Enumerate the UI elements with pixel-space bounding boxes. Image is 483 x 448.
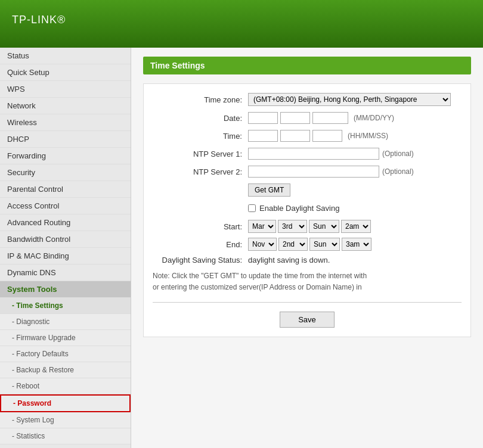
end-day-select[interactable]: SunMonTueWedThuFriSat [309, 238, 340, 251]
sidebar-item-parental-control[interactable]: Parental Control [0, 181, 131, 198]
logo-text: TP-LINK [12, 14, 57, 26]
save-btn-row: Save [153, 312, 462, 328]
note-line2: or entering the customized server(IP Add… [153, 282, 462, 293]
time-m-input[interactable]: 6 [280, 130, 310, 142]
status-value: daylight saving is down. [248, 256, 330, 265]
sidebar-item-factory-defaults[interactable]: - Factory Defaults [0, 346, 131, 362]
date-year-input[interactable]: 1970 [312, 112, 348, 124]
time-format-label: (HH/MM/SS) [348, 132, 388, 140]
time-h-input[interactable]: 0 [248, 130, 278, 142]
start-row: Start: MarJanFebApr 3rd1st2nd4thLast Sun… [153, 220, 462, 233]
ntp1-row: NTP Server 1: 0.0.0.0 (Optional) [153, 148, 462, 160]
ntp2-label: NTP Server 2: [153, 167, 248, 176]
logo: TP-LINK® [12, 13, 66, 35]
ntp1-input[interactable]: 0.0.0.0 [248, 148, 379, 160]
status-row: Daylight Saving Status: daylight saving … [153, 256, 462, 265]
date-day-input[interactable]: 1 [280, 112, 310, 124]
timezone-row: Time zone: (GMT+08:00) Beijing, Hong Kon… [153, 93, 462, 106]
note-section: Note: Click the "GET GMT" to update the … [153, 270, 462, 293]
end-month-select[interactable]: NovJanFebMar [248, 238, 277, 251]
end-row: End: NovJanFebMar 2nd1st3rd4thLast SunMo… [153, 238, 462, 251]
end-time-select[interactable]: 3am1am2am4am [342, 238, 371, 251]
save-button[interactable]: Save [280, 312, 335, 328]
content-area: Time Settings Time zone: (GMT+08:00) Bei… [131, 48, 483, 346]
sidebar-item-quick-setup[interactable]: Quick Setup [0, 64, 131, 81]
sidebar-item-backup-restore[interactable]: - Backup & Restore [0, 362, 131, 378]
note-line1: Note: Click the "GET GMT" to update the … [153, 270, 462, 282]
date-row: Date: 1 1 1970 (MM/DD/YY) [153, 112, 462, 124]
timezone-label: Time zone: [153, 95, 248, 104]
sidebar-item-firmware-upgrade[interactable]: - Firmware Upgrade [0, 330, 131, 346]
sidebar-item-network[interactable]: Network [0, 98, 131, 114]
end-label: End: [153, 240, 248, 249]
start-day-select[interactable]: SunMonTueWedThuFriSat [309, 220, 339, 233]
sidebar-item-forwarding[interactable]: Forwarding [0, 148, 131, 164]
start-month-select[interactable]: MarJanFebApr [248, 220, 276, 233]
get-gmt-button[interactable]: Get GMT [248, 183, 290, 197]
start-label: Start: [153, 222, 248, 231]
end-week-select[interactable]: 2nd1st3rd4thLast [278, 238, 308, 251]
date-label: Date: [153, 114, 248, 123]
divider [153, 302, 462, 303]
sidebar-item-wireless[interactable]: Wireless [0, 114, 131, 131]
end-selects: NovJanFebMar 2nd1st3rd4thLast SunMonTueW… [248, 238, 371, 251]
sidebar-item-dhcp[interactable]: DHCP [0, 131, 131, 148]
ntp2-row: NTP Server 2: 0.0.0.0 (Optional) [153, 166, 462, 178]
sidebar: StatusQuick SetupWPSNetworkWirelessDHCPF… [0, 48, 131, 448]
ntp1-label: NTP Server 1: [153, 150, 248, 158]
status-label: Daylight Saving Status: [153, 256, 248, 265]
ntp2-input[interactable]: 0.0.0.0 [248, 166, 379, 178]
daylight-saving-checkbox[interactable] [248, 204, 256, 212]
daylight-saving-label: Enable Daylight Saving [259, 204, 339, 213]
header: TP-LINK® [0, 0, 483, 48]
start-selects: MarJanFebApr 3rd1st2nd4thLast SunMonTueW… [248, 220, 371, 233]
date-inputs: 1 1 1970 (MM/DD/YY) [248, 112, 394, 124]
ntp1-optional: (Optional) [382, 150, 414, 158]
sidebar-item-security[interactable]: Security [0, 164, 131, 181]
sidebar-item-statistics[interactable]: - Statistics [0, 428, 131, 444]
timezone-select[interactable]: (GMT+08:00) Beijing, Hong Kong, Perth, S… [248, 93, 451, 106]
sidebar-item-ip-mac-binding[interactable]: IP & MAC Binding [0, 248, 131, 265]
form-section: Time zone: (GMT+08:00) Beijing, Hong Kon… [143, 83, 471, 337]
sidebar-item-access-control[interactable]: Access Control [0, 198, 131, 214]
sidebar-item-dynamic-dns[interactable]: Dynamic DNS [0, 265, 131, 281]
sidebar-item-time-settings[interactable]: - Time Settings [0, 298, 131, 314]
sidebar-item-system-log[interactable]: - System Log [0, 412, 131, 428]
page-title: Time Settings [143, 57, 471, 74]
start-week-select[interactable]: 3rd1st2nd4thLast [278, 220, 307, 233]
date-month-input[interactable]: 1 [248, 112, 278, 124]
sidebar-item-status[interactable]: Status [0, 48, 131, 64]
date-format-label: (MM/DD/YY) [354, 114, 394, 122]
ntp2-optional: (Optional) [382, 167, 414, 176]
time-s-input[interactable]: 48 [312, 130, 342, 142]
time-row: Time: 0 6 48 (HH/MM/SS) [153, 130, 462, 142]
sidebar-item-diagnostic[interactable]: - Diagnostic [0, 314, 131, 330]
daylight-saving-row: Enable Daylight Saving [153, 204, 462, 213]
sidebar-item-advanced-routing[interactable]: Advanced Routing [0, 214, 131, 231]
main-content: Time Settings Time zone: (GMT+08:00) Bei… [131, 48, 483, 448]
sidebar-item-system-tools[interactable]: System Tools [0, 281, 131, 298]
sidebar-item-bandwidth-control[interactable]: Bandwidth Control [0, 231, 131, 248]
time-label: Time: [153, 132, 248, 141]
sidebar-item-password[interactable]: - Password [0, 394, 131, 412]
layout: StatusQuick SetupWPSNetworkWirelessDHCPF… [0, 48, 483, 448]
start-time-select[interactable]: 2am1am3am4am [341, 220, 371, 233]
sidebar-item-wps[interactable]: WPS [0, 81, 131, 98]
sidebar-item-reboot[interactable]: - Reboot [0, 378, 131, 394]
get-gmt-row: Get GMT [153, 183, 462, 197]
time-inputs: 0 6 48 (HH/MM/SS) [248, 130, 388, 142]
logo-tm: ® [57, 14, 66, 26]
